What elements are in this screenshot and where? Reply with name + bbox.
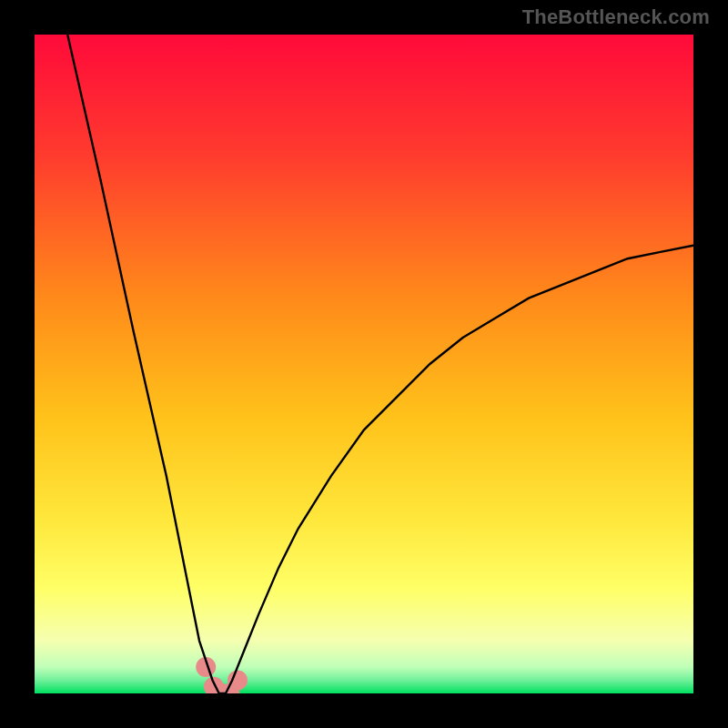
outer-frame: TheBottleneck.com	[0, 0, 728, 728]
chart-svg	[35, 35, 693, 693]
plot-area	[35, 35, 693, 693]
marker-dot	[228, 671, 248, 691]
watermark-text: TheBottleneck.com	[522, 5, 710, 29]
gradient-background	[35, 35, 693, 693]
